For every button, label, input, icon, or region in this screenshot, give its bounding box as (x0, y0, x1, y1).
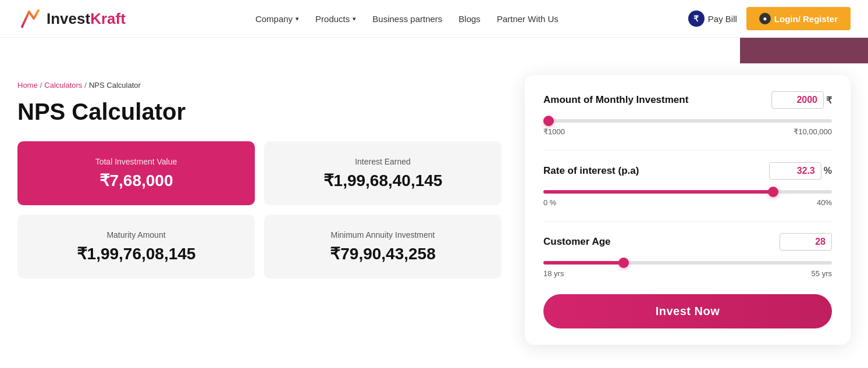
rate-of-interest-min: 0 % (543, 198, 556, 207)
monthly-investment-slider-labels: ₹1000 ₹10,00,000 (543, 127, 832, 136)
monthly-investment-row: Amount of Monthly Investment ₹ (543, 91, 832, 109)
pay-bill-button[interactable]: ₹ Pay Bill (688, 10, 737, 27)
invest-now-button[interactable]: Invest Now (543, 294, 832, 328)
divider-2 (543, 221, 832, 221)
breadcrumb-current: NPS Calculator (89, 81, 141, 90)
login-label: Login/ Register (774, 14, 838, 24)
breadcrumb-sep1: / (40, 81, 42, 90)
card-total-investment: Total Investment Value ₹7,68,000 (17, 141, 255, 205)
card-min-annuity: Minimum Annuity Investment ₹79,90,43,258 (264, 215, 501, 278)
card-interest-earned: Interest Earned ₹1,99,68,40,145 (264, 141, 501, 205)
card-maturity-amount-label: Maturity Amount (106, 230, 165, 240)
monthly-investment-slider-container: ₹1000 ₹10,00,000 (543, 115, 832, 136)
user-icon: ● (759, 13, 771, 24)
monthly-investment-unit: ₹ (826, 95, 832, 106)
rate-of-interest-label: Rate of interest (p.a) (543, 165, 762, 177)
breadcrumb-calculators[interactable]: Calculators (44, 81, 82, 90)
login-register-button[interactable]: ● Login/ Register (746, 7, 851, 30)
customer-age-input-wrap (780, 233, 832, 251)
customer-age-slider-labels: 18 yrs 55 yrs (543, 269, 832, 278)
cards-grid: Total Investment Value ₹7,68,000 Interes… (17, 141, 501, 278)
nav-business-partners[interactable]: Business partners (372, 14, 442, 24)
customer-age-label: Customer Age (543, 236, 773, 248)
nav-blogs[interactable]: Blogs (458, 14, 481, 24)
customer-age-max: 55 yrs (812, 269, 832, 278)
header-right: ₹ Pay Bill ● Login/ Register (688, 7, 851, 30)
nav-company[interactable]: Company (255, 14, 299, 24)
rate-of-interest-input-wrap: % (769, 162, 832, 180)
logo-kraft-text: Kraft (90, 10, 126, 27)
card-maturity-amount-value: ₹1,99,76,08,145 (77, 244, 196, 263)
monthly-investment-input-wrap: ₹ (771, 91, 832, 109)
monthly-investment-max: ₹10,00,000 (794, 127, 832, 136)
customer-age-min: 18 yrs (543, 269, 564, 278)
breadcrumb: Home / Calculators / NPS Calculator (17, 81, 501, 90)
rate-of-interest-slider[interactable] (543, 190, 832, 194)
calculator-panel: Amount of Monthly Investment ₹ ₹1000 ₹10… (525, 75, 851, 345)
monthly-investment-input[interactable] (771, 91, 824, 109)
card-interest-earned-label: Interest Earned (355, 157, 411, 166)
rate-of-interest-slider-labels: 0 % 40% (543, 198, 832, 207)
pay-bill-label: Pay Bill (708, 14, 737, 24)
logo[interactable]: InvestKraft (17, 6, 126, 31)
customer-age-slider-container: 18 yrs 55 yrs (543, 256, 832, 278)
card-interest-earned-value: ₹1,99,68,40,145 (323, 171, 443, 190)
top-banner (740, 38, 868, 63)
monthly-investment-label: Amount of Monthly Investment (543, 94, 764, 106)
breadcrumb-home[interactable]: Home (17, 81, 38, 90)
monthly-investment-slider[interactable] (543, 119, 832, 123)
rate-of-interest-slider-container: 0 % 40% (543, 185, 832, 207)
rate-of-interest-input[interactable] (769, 162, 821, 180)
monthly-investment-min: ₹1000 (543, 127, 565, 136)
main-nav: Company Products Business partners Blogs… (255, 14, 558, 24)
card-min-annuity-value: ₹79,90,43,258 (330, 244, 436, 263)
card-min-annuity-label: Minimum Annuity Investment (331, 230, 435, 240)
page-title: NPS Calculator (17, 99, 501, 125)
logo-invest-text: Invest (47, 10, 90, 27)
logo-icon (17, 6, 43, 31)
card-maturity-amount: Maturity Amount ₹1,99,76,08,145 (17, 215, 255, 278)
customer-age-row: Customer Age (543, 233, 832, 251)
left-panel: Home / Calculators / NPS Calculator NPS … (17, 81, 501, 345)
breadcrumb-sep2: / (84, 81, 87, 90)
rate-of-interest-max: 40% (817, 198, 832, 207)
divider-1 (543, 150, 832, 151)
nav-products[interactable]: Products (315, 14, 356, 24)
rate-of-interest-row: Rate of interest (p.a) % (543, 162, 832, 180)
rate-of-interest-unit: % (824, 166, 832, 176)
nav-partner-with-us[interactable]: Partner With Us (497, 14, 558, 24)
customer-age-input[interactable] (780, 233, 832, 251)
card-total-investment-label: Total Investment Value (95, 157, 177, 166)
card-total-investment-value: ₹7,68,000 (99, 171, 173, 190)
main-container: Home / Calculators / NPS Calculator NPS … (0, 63, 868, 362)
customer-age-slider[interactable] (543, 261, 832, 265)
pay-bill-icon: ₹ (688, 10, 705, 27)
